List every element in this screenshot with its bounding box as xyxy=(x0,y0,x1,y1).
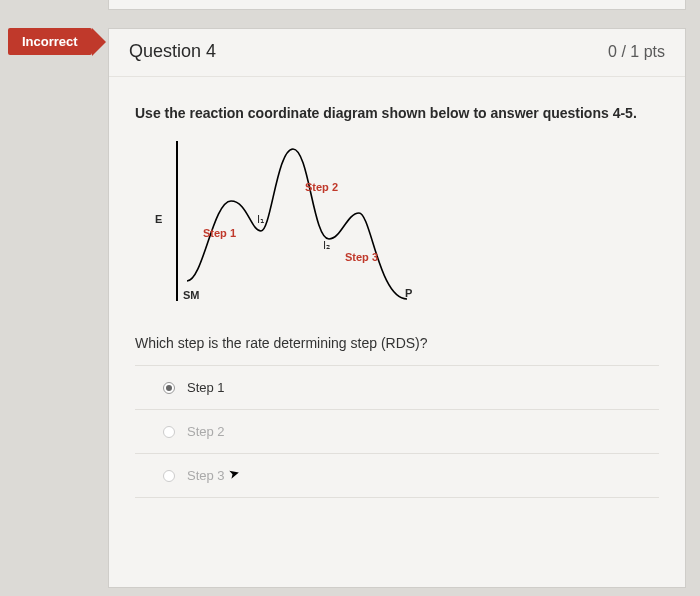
options-list: Step 1 Step 2 Step 3 ➤ xyxy=(135,365,659,498)
option-label: Step 2 xyxy=(187,424,225,439)
question-text: Which step is the rate determining step … xyxy=(135,335,659,351)
option-label: Step 3 xyxy=(187,468,225,483)
y-axis-label: E xyxy=(155,213,162,225)
status-badge: Incorrect xyxy=(8,28,92,55)
step2-label: Step 2 xyxy=(305,181,338,193)
radio-icon xyxy=(163,426,175,438)
question-header: Question 4 0 / 1 pts xyxy=(109,29,685,77)
previous-card-sliver xyxy=(108,0,686,10)
question-title: Question 4 xyxy=(129,41,216,62)
cursor-icon: ➤ xyxy=(227,465,242,482)
question-prompt: Use the reaction coordinate diagram show… xyxy=(135,105,659,121)
points-display: 0 / 1 pts xyxy=(608,43,665,61)
i1-label: I₁ xyxy=(257,213,264,226)
p-label: P xyxy=(405,287,412,299)
option-step-3[interactable]: Step 3 ➤ xyxy=(135,454,659,498)
radio-icon xyxy=(163,470,175,482)
question-body: Use the reaction coordinate diagram show… xyxy=(109,77,685,508)
option-step-1[interactable]: Step 1 xyxy=(135,366,659,410)
step1-label: Step 1 xyxy=(203,227,236,239)
option-label: Step 1 xyxy=(187,380,225,395)
sm-label: SM xyxy=(183,289,200,301)
option-step-2[interactable]: Step 2 xyxy=(135,410,659,454)
step3-label: Step 3 xyxy=(345,251,378,263)
i2-label: I₂ xyxy=(323,239,330,252)
radio-icon xyxy=(163,382,175,394)
reaction-coordinate-diagram: E SM Step 1 I₁ Step 2 I₂ Step 3 P xyxy=(143,131,463,321)
question-card: Question 4 0 / 1 pts Use the reaction co… xyxy=(108,28,686,588)
